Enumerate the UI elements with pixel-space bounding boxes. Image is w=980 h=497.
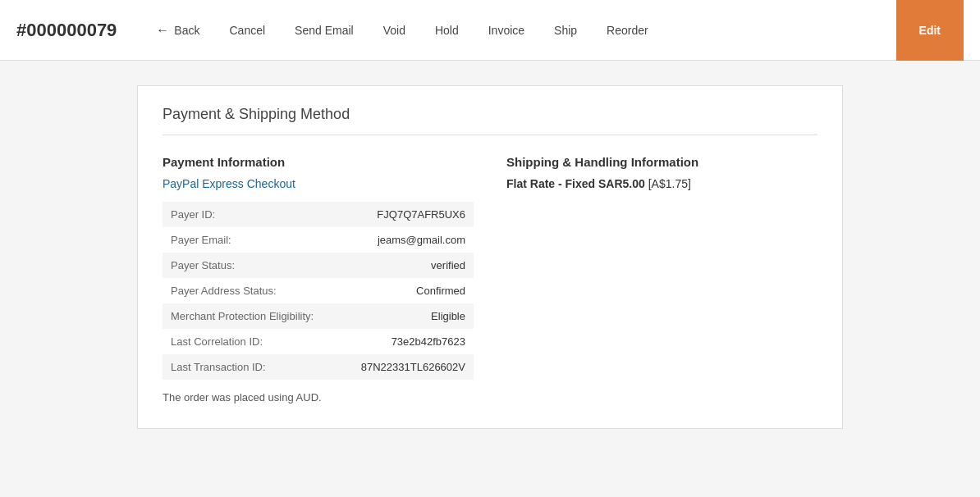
edit-button[interactable]: Edit xyxy=(896,0,964,61)
field-value: jeams@gmail.com xyxy=(333,227,474,253)
table-row: Last Correlation ID:73e2b42fb7623 xyxy=(163,329,474,354)
back-button[interactable]: ← Back xyxy=(141,0,214,61)
field-value: 73e2b42fb7623 xyxy=(333,329,474,354)
field-label: Payer ID: xyxy=(163,202,333,227)
field-value: 87N22331TL626602V xyxy=(333,354,474,380)
order-note: The order was placed using AUD. xyxy=(163,391,474,404)
shipping-rate-extra: [A$1.75] xyxy=(648,177,691,190)
main-content: Payment & Shipping Method Payment Inform… xyxy=(121,85,859,429)
shipping-info-column: Shipping & Handling Information Flat Rat… xyxy=(506,155,817,404)
cancel-button[interactable]: Cancel xyxy=(214,0,280,61)
field-label: Last Transaction ID: xyxy=(163,354,333,380)
field-label: Payer Address Status: xyxy=(163,278,333,303)
hold-button[interactable]: Hold xyxy=(420,0,474,61)
payment-info-column: Payment Information PayPal Express Check… xyxy=(163,155,474,404)
field-label: Payer Email: xyxy=(163,227,333,253)
invoice-button[interactable]: Invoice xyxy=(474,0,539,61)
table-row: Merchant Protection Eligibility:Eligible xyxy=(163,303,474,329)
toolbar: #000000079 ← Back Cancel Send Email Void… xyxy=(0,0,980,61)
field-value: FJQ7Q7AFR5UX6 xyxy=(333,202,474,227)
field-label: Merchant Protection Eligibility: xyxy=(163,303,333,329)
payment-shipping-section: Payment & Shipping Method Payment Inform… xyxy=(137,85,843,429)
field-value: verified xyxy=(333,253,474,278)
field-label: Last Correlation ID: xyxy=(163,329,333,354)
field-value: Eligible xyxy=(333,303,474,329)
shipping-rate-label: Flat Rate - Fixed SAR5.00 xyxy=(506,177,645,190)
ship-button[interactable]: Ship xyxy=(539,0,592,61)
void-button[interactable]: Void xyxy=(369,0,420,61)
payment-info-heading: Payment Information xyxy=(163,155,474,169)
field-value: Confirmed xyxy=(333,278,474,303)
section-title: Payment & Shipping Method xyxy=(163,106,817,135)
table-row: Last Transaction ID:87N22331TL626602V xyxy=(163,354,474,380)
back-arrow-icon: ← xyxy=(156,23,169,38)
field-label: Payer Status: xyxy=(163,253,333,278)
two-column-layout: Payment Information PayPal Express Check… xyxy=(163,155,817,404)
toolbar-actions: ← Back Cancel Send Email Void Hold Invoi… xyxy=(141,0,895,61)
payment-method-name: PayPal Express Checkout xyxy=(163,177,474,190)
reorder-button[interactable]: Reorder xyxy=(592,0,663,61)
table-row: Payer Status:verified xyxy=(163,253,474,278)
payment-info-table: Payer ID:FJQ7Q7AFR5UX6Payer Email:jeams@… xyxy=(163,202,474,380)
shipping-info-heading: Shipping & Handling Information xyxy=(506,155,817,169)
shipping-rate: Flat Rate - Fixed SAR5.00 [A$1.75] xyxy=(506,177,817,190)
table-row: Payer Email:jeams@gmail.com xyxy=(163,227,474,253)
table-row: Payer ID:FJQ7Q7AFR5UX6 xyxy=(163,202,474,227)
send-email-button[interactable]: Send Email xyxy=(280,0,369,61)
order-id: #000000079 xyxy=(16,20,117,41)
page-wrapper: #000000079 ← Back Cancel Send Email Void… xyxy=(0,0,980,497)
table-row: Payer Address Status:Confirmed xyxy=(163,278,474,303)
back-label: Back xyxy=(174,24,199,37)
